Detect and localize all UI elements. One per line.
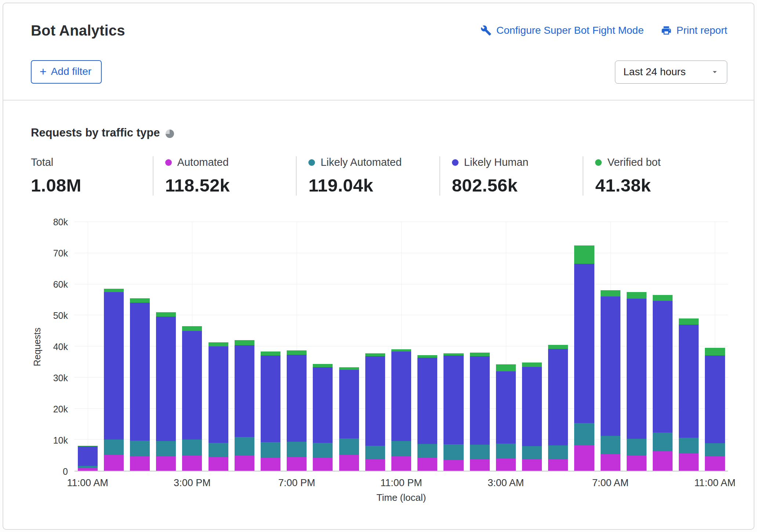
stacked-bar[interactable] xyxy=(287,350,307,471)
requests-chart: Requests 010k20k30k40k50k60k70k80k 11:00… xyxy=(30,222,728,503)
bar-segment-likely-automated xyxy=(130,441,150,456)
bar-segment-likely-automated xyxy=(548,445,568,459)
stacked-bar[interactable] xyxy=(339,367,359,471)
bar-segment-likely-human xyxy=(705,356,725,443)
bar-segment-likely-human xyxy=(653,301,673,432)
stacked-bar[interactable] xyxy=(574,245,594,471)
plus-icon: + xyxy=(40,67,47,76)
bar-segment-automated xyxy=(391,456,411,471)
bar-slot xyxy=(519,222,545,471)
stacked-bar[interactable] xyxy=(235,340,254,471)
bar-segment-likely-automated xyxy=(261,442,280,458)
bar-segment-likely-human xyxy=(130,303,150,440)
time-range-value: Last 24 hours xyxy=(623,66,686,78)
bar-segment-likely-automated xyxy=(365,446,385,459)
stacked-bar[interactable] xyxy=(548,345,568,471)
print-report-link[interactable]: Print report xyxy=(661,25,728,36)
bar-segment-likely-human xyxy=(522,367,542,446)
stat-likely-automated: Likely Automated 119.04k xyxy=(296,156,439,196)
bar-segment-likely-human xyxy=(78,447,98,466)
bar-segment-likely-human xyxy=(182,331,202,440)
y-tick-label: 20k xyxy=(53,404,68,415)
time-range-select[interactable]: Last 24 hours xyxy=(615,61,727,84)
stat-automated-value: 118.52k xyxy=(165,175,296,196)
stacked-bar[interactable] xyxy=(653,295,673,471)
bar-segment-verified-bot xyxy=(339,367,359,370)
y-tick-label: 70k xyxy=(53,248,68,259)
stacked-bar[interactable] xyxy=(601,290,620,471)
bar-slot xyxy=(702,222,728,471)
bar-segment-automated xyxy=(156,456,176,471)
bar-segment-automated xyxy=(653,451,673,471)
bar-segment-likely-human xyxy=(679,325,699,438)
bar-segment-likely-automated xyxy=(443,444,463,460)
bar-segment-verified-bot xyxy=(182,326,202,331)
bar-segment-likely-automated xyxy=(313,443,333,458)
x-tick-label: 7:00 PM xyxy=(278,477,315,489)
stacked-bar[interactable] xyxy=(130,298,150,471)
bar-segment-automated xyxy=(261,458,280,471)
bar-segment-verified-bot xyxy=(313,364,333,367)
stacked-bar[interactable] xyxy=(365,353,385,471)
verified-bot-legend-dot xyxy=(595,159,602,166)
stacked-bar[interactable] xyxy=(496,364,516,471)
add-filter-button[interactable]: + Add filter xyxy=(31,60,102,84)
bar-segment-automated xyxy=(313,458,333,471)
bar-segment-automated xyxy=(235,456,254,471)
bar-segment-likely-human xyxy=(209,346,228,443)
bar-segment-likely-automated xyxy=(156,441,176,456)
bar-segment-verified-bot xyxy=(496,364,516,371)
stacked-bar[interactable] xyxy=(261,351,280,471)
stacked-bar[interactable] xyxy=(705,348,725,471)
stat-likely-human-value: 802.56k xyxy=(452,175,583,196)
stacked-bar[interactable] xyxy=(209,342,228,471)
bar-slot xyxy=(571,222,597,471)
bar-segment-automated xyxy=(287,457,307,471)
bar-segment-likely-automated xyxy=(391,441,411,456)
bar-segment-likely-human xyxy=(365,356,385,446)
bar-slot xyxy=(101,222,127,471)
bar-segment-likely-automated xyxy=(287,442,307,457)
bot-analytics-card: Bot Analytics Configure Super Bot Fight … xyxy=(3,3,754,530)
bar-segment-verified-bot xyxy=(365,353,385,356)
stacked-bar[interactable] xyxy=(627,292,646,471)
bar-segment-automated xyxy=(130,456,150,471)
bar-segment-likely-human xyxy=(391,351,411,441)
add-filter-label: Add filter xyxy=(51,66,92,77)
stacked-bar[interactable] xyxy=(313,364,333,471)
bar-slot xyxy=(676,222,702,471)
stat-verified-bot-label: Verified bot xyxy=(607,156,660,168)
stacked-bar[interactable] xyxy=(679,318,699,471)
stacked-bar[interactable] xyxy=(156,312,176,471)
bar-segment-automated xyxy=(104,455,124,471)
bar-segment-automated xyxy=(627,456,646,471)
x-axis-title: Time (local) xyxy=(75,492,728,503)
stacked-bar[interactable] xyxy=(443,353,463,471)
stacked-bar[interactable] xyxy=(522,362,542,471)
bar-slot xyxy=(441,222,467,471)
likely-human-legend-dot xyxy=(452,159,459,166)
y-tick-label: 80k xyxy=(53,217,68,227)
stat-verified-bot: Verified bot 41.38k xyxy=(583,156,726,196)
stacked-bar[interactable] xyxy=(78,446,98,471)
stacked-bar[interactable] xyxy=(470,353,490,471)
bar-segment-verified-bot xyxy=(130,298,150,303)
bar-slot xyxy=(257,222,283,471)
stacked-bar[interactable] xyxy=(391,349,411,471)
bar-slot xyxy=(153,222,179,471)
bar-segment-automated xyxy=(548,459,568,471)
bar-slot xyxy=(414,222,441,471)
bars-container xyxy=(75,222,728,471)
bar-segment-automated xyxy=(679,453,699,471)
stacked-bar[interactable] xyxy=(182,326,202,471)
bar-segment-verified-bot xyxy=(235,340,254,345)
bar-segment-verified-bot xyxy=(443,353,463,356)
bar-segment-automated xyxy=(574,445,594,471)
stacked-bar[interactable] xyxy=(417,355,437,471)
x-tick-label: 3:00 AM xyxy=(488,477,524,489)
configure-super-bot-fight-mode-link[interactable]: Configure Super Bot Fight Mode xyxy=(481,25,644,36)
stacked-bar[interactable] xyxy=(104,289,124,471)
bar-segment-likely-human xyxy=(470,356,490,445)
y-tick-label: 40k xyxy=(53,342,68,352)
bar-segment-automated xyxy=(496,459,516,471)
